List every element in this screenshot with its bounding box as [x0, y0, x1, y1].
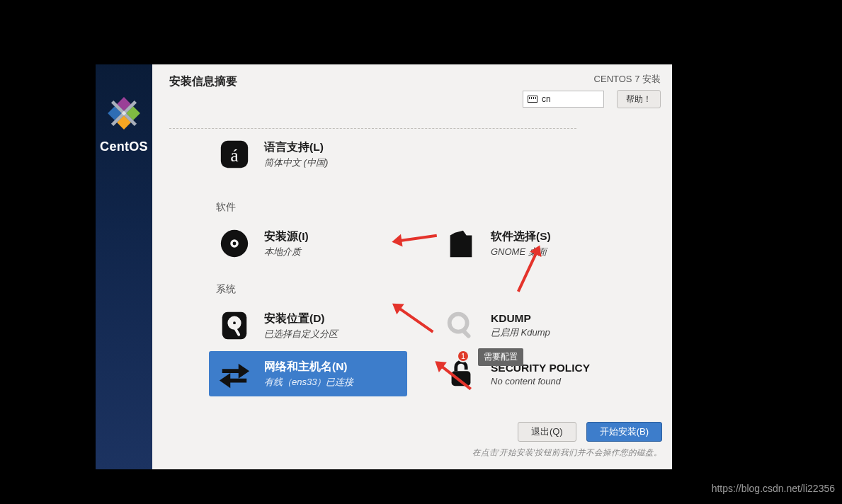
keyboard-icon — [528, 96, 537, 103]
svg-point-10 — [233, 242, 237, 246]
spoke-title: 安装源(I) — [264, 229, 309, 244]
package-icon — [443, 225, 479, 262]
watermark-text: https://blog.csdn.net/li22356 — [712, 483, 835, 494]
spoke-network-hostname[interactable]: 网络和主机名(N) 有线（ens33）已连接 — [209, 351, 407, 396]
keyboard-layout-selector[interactable]: cn — [523, 91, 604, 108]
spoke-subtitle: No content found — [491, 376, 590, 386]
brand-name: CentOS — [100, 139, 148, 154]
spoke-title: KDUMP — [491, 312, 550, 325]
category-software: 软件 — [216, 201, 659, 214]
topbar: 安装信息摘要 CENTOS 7 安装 cn 帮助！ — [152, 64, 672, 114]
footer-hint: 在点击'开始安装'按钮前我们并不会操作您的磁盘。 — [472, 447, 662, 458]
spoke-title: 语言支持(L) — [264, 140, 328, 155]
centos-logo-icon — [103, 93, 144, 134]
spoke-software-selection[interactable]: 软件选择(S) GNOME 桌面 — [436, 221, 634, 266]
svg-point-13 — [233, 321, 236, 324]
spoke-title: 网络和主机名(N) — [264, 360, 353, 374]
connection-arrows-icon — [216, 355, 253, 392]
spoke-subtitle: 有线（ens33）已连接 — [264, 376, 353, 389]
spokes-area: á 语言支持(L) 简体中文 (中国) 软件 — [209, 132, 659, 413]
keyboard-layout-value: cn — [542, 94, 551, 104]
installer-window: CentOS 安装信息摘要 CENTOS 7 安装 cn 帮助！ — [96, 64, 672, 469]
help-button[interactable]: 帮助！ — [617, 90, 661, 108]
configure-tooltip: 需要配置 — [478, 348, 523, 366]
brand-sidebar: CentOS — [96, 64, 152, 469]
hdd-icon — [216, 307, 253, 344]
installer-subtitle: CENTOS 7 安装 — [594, 73, 661, 86]
spoke-subtitle: 已选择自定义分区 — [264, 328, 338, 340]
quit-button[interactable]: 退出(Q) — [518, 422, 576, 442]
disc-icon — [216, 225, 253, 262]
svg-rect-17 — [452, 371, 471, 386]
spoke-installation-destination[interactable]: 安装位置(D) 已选择自定义分区 — [209, 303, 407, 348]
spoke-kdump[interactable]: KDUMP 已启用 Kdump — [436, 303, 634, 348]
separator-line — [169, 128, 576, 129]
spoke-subtitle: 本地介质 — [264, 246, 309, 258]
main-pane: 安装信息摘要 CENTOS 7 安装 cn 帮助！ — [152, 64, 672, 469]
spoke-subtitle: 已启用 Kdump — [491, 326, 550, 339]
spoke-title: 软件选择(S) — [491, 229, 551, 244]
spoke-subtitle: GNOME 桌面 — [491, 246, 551, 258]
language-icon: á — [216, 136, 253, 173]
category-system: 系统 — [216, 283, 659, 296]
magnifier-icon — [443, 307, 479, 344]
warning-badge: 1 — [457, 350, 470, 362]
spoke-security-policy[interactable]: 1 需要配置 SECURITY POLICY No content found — [436, 351, 634, 396]
spoke-title: 安装位置(D) — [264, 311, 338, 326]
spoke-installation-source[interactable]: 安装源(I) 本地介质 — [209, 221, 407, 266]
spoke-subtitle: 简体中文 (中国) — [264, 156, 328, 169]
spoke-language-support[interactable]: á 语言支持(L) 简体中文 (中国) — [209, 132, 407, 177]
svg-text:á: á — [230, 146, 238, 165]
svg-point-15 — [450, 314, 467, 332]
footer: 退出(Q) 开始安装(B) 在点击'开始安装'按钮前我们并不会操作您的磁盘。 — [472, 422, 662, 458]
begin-install-button[interactable]: 开始安装(B) — [586, 422, 662, 442]
